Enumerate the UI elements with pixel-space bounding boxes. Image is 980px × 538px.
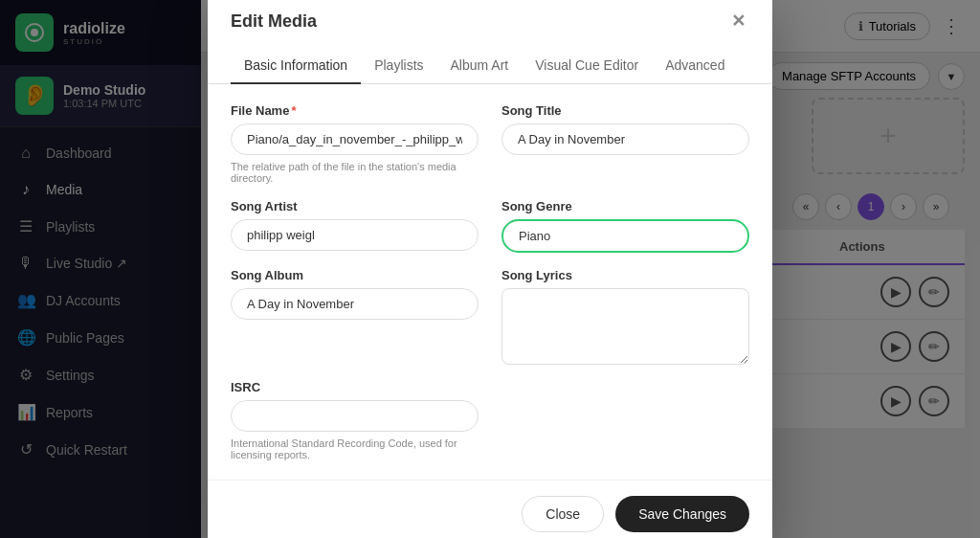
song-album-group: Song Album <box>231 268 479 365</box>
isrc-label: ISRC <box>231 380 479 394</box>
song-lyrics-label: Song Lyrics <box>501 268 749 282</box>
song-title-input[interactable] <box>501 123 749 155</box>
song-genre-group: Song Genre <box>501 199 749 253</box>
song-album-input[interactable] <box>231 288 479 320</box>
file-name-label: File Name* <box>231 103 479 118</box>
song-artist-group: Song Artist <box>231 199 479 253</box>
tab-playlists[interactable]: Playlists <box>361 48 436 84</box>
song-album-label: Song Album <box>231 268 479 282</box>
isrc-hint: International Standard Recording Code, u… <box>231 437 479 460</box>
tab-basic-information[interactable]: Basic Information <box>231 48 361 84</box>
isrc-group: ISRC International Standard Recording Co… <box>231 380 479 460</box>
modal-tabs: Basic Information Playlists Album Art Vi… <box>208 48 772 84</box>
song-artist-label: Song Artist <box>231 199 479 213</box>
file-name-input[interactable] <box>231 123 479 155</box>
song-genre-input[interactable] <box>501 219 749 253</box>
song-title-group: Song Title <box>501 103 749 184</box>
save-changes-button[interactable]: Save Changes <box>615 496 749 532</box>
isrc-input[interactable] <box>231 400 479 432</box>
song-genre-label: Song Genre <box>501 199 749 213</box>
file-name-hint: The relative path of the file in the sta… <box>231 161 479 184</box>
song-title-label: Song Title <box>501 103 749 118</box>
song-lyrics-input[interactable] <box>501 288 749 365</box>
close-icon[interactable]: ✕ <box>726 10 749 33</box>
tab-advanced[interactable]: Advanced <box>652 48 738 84</box>
modal-title: Edit Media <box>231 11 317 32</box>
song-lyrics-group: Song Lyrics <box>501 268 749 365</box>
file-name-group: File Name* The relative path of the file… <box>231 103 479 184</box>
modal-footer: Close Save Changes <box>208 480 772 538</box>
tab-visual-cue-editor[interactable]: Visual Cue Editor <box>522 48 652 84</box>
edit-media-modal: Edit Media ✕ Basic Information Playlists… <box>208 0 772 538</box>
tab-album-art[interactable]: Album Art <box>437 48 523 84</box>
modal-body: File Name* The relative path of the file… <box>208 84 772 480</box>
modal-header: Edit Media ✕ <box>208 0 772 33</box>
song-artist-input[interactable] <box>231 219 479 251</box>
close-button[interactable]: Close <box>522 496 604 532</box>
